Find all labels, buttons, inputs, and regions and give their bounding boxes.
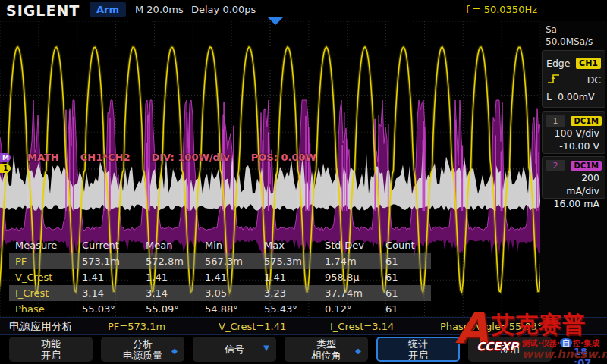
measure-value: 61 bbox=[385, 269, 422, 285]
timebase-readout[interactable]: M 20.0ms bbox=[135, 4, 184, 15]
measure-value: 567.3m bbox=[205, 253, 264, 269]
math-name: MATH bbox=[27, 152, 59, 163]
measure-value: 3.23 bbox=[264, 285, 325, 301]
channel2-coupling-badge: DC1M bbox=[571, 161, 602, 171]
measure-value: 55.09° bbox=[146, 301, 205, 317]
channel2-offset: 16.00 mA bbox=[546, 197, 602, 210]
measure-value: 1.41 bbox=[146, 269, 205, 285]
menu-button-label: 功能 bbox=[41, 338, 61, 350]
measure-header: Current bbox=[82, 237, 146, 253]
channel1-offset: -10.00 V bbox=[546, 140, 602, 152]
measure-value: 37.74m bbox=[325, 285, 385, 301]
measure-value: 61 bbox=[385, 285, 422, 301]
delay-readout[interactable]: Delay 0.00ps bbox=[191, 4, 256, 15]
trigger-position-marker[interactable] bbox=[267, 17, 284, 25]
menu-button-label: 分析 bbox=[133, 338, 153, 350]
menu-button-3[interactable]: 信号▼ bbox=[193, 337, 276, 362]
measure-value: 54.88° bbox=[205, 301, 264, 317]
rising-edge-icon bbox=[546, 73, 561, 87]
trigger-level-label: L bbox=[546, 91, 552, 102]
measure-row-PF: PF573.1m572.8m567.3m575.3m1.74m61 bbox=[9, 253, 431, 269]
waveform-display[interactable]: M 1 MATH CH1*CH2 DIV: 100W/div POS: 0.00… bbox=[0, 21, 540, 317]
measure-value: 572.8m bbox=[146, 253, 205, 269]
trigger-coupling: DC bbox=[587, 74, 601, 86]
measurement-table: MeasureCurrentMeanMinMaxStd-DevCountPF57… bbox=[9, 237, 431, 317]
measure-value: 3.05 bbox=[205, 285, 264, 301]
measure-value: 0.12° bbox=[325, 301, 385, 317]
menu-button-sublabel: 开启 bbox=[41, 350, 61, 361]
menu-button-2[interactable]: 分析电源质量◆ bbox=[101, 337, 184, 362]
measure-header: Mean bbox=[146, 237, 205, 253]
measure-value: 1.41 bbox=[264, 269, 325, 285]
measure-header: Min bbox=[205, 237, 264, 253]
expand-diamond-icon: ◆ bbox=[355, 345, 361, 356]
app-title: 电源应用分析 bbox=[9, 320, 73, 334]
trigger-panel[interactable]: Edge CH1 DC L 0.00mV bbox=[542, 50, 605, 108]
math-div-readout: DIV: 100W/div bbox=[151, 152, 229, 163]
trigger-level-value: 0.00mV bbox=[558, 91, 595, 102]
menu-button-4[interactable]: 类型相位角◆ bbox=[285, 337, 368, 362]
acquisition-status[interactable]: Arm bbox=[90, 2, 126, 17]
menu-button-label: 统计 bbox=[408, 338, 428, 350]
measure-value: 61 bbox=[385, 301, 422, 317]
trigger-source-badge: CH1 bbox=[576, 58, 601, 69]
channel1-panel[interactable]: 1 DC1M 100 V/div -10.00 V bbox=[542, 111, 605, 154]
menu-button-sublabel: 开启 bbox=[408, 350, 428, 361]
measure-row-I_Crest: I_Crest3.143.143.053.2337.74m61 bbox=[9, 285, 431, 301]
status-item: Phase Angle=55.03° bbox=[440, 321, 543, 332]
measure-row-V_Crest: V_Crest1.411.411.411.41958.8µ61 bbox=[9, 269, 431, 285]
math-pos-readout: POS: 0.00W bbox=[251, 152, 316, 163]
chevron-down-icon: ▼ bbox=[263, 342, 269, 353]
menu-button-label: 应用 bbox=[500, 344, 520, 355]
right-sidebar: Sa 50.0MSa/s Curr 14Mpts Edge CH1 DC L bbox=[540, 21, 607, 317]
measure-header: Std-Dev bbox=[325, 237, 385, 253]
measure-header: Count bbox=[385, 237, 422, 253]
expand-diamond-icon: ◆ bbox=[171, 345, 178, 356]
measure-value: 61 bbox=[385, 253, 422, 269]
measure-name: PF bbox=[15, 253, 82, 269]
channel1-coupling-badge: DC1M bbox=[571, 116, 602, 126]
measure-value: 1.41 bbox=[205, 269, 264, 285]
measure-value: 3.14 bbox=[146, 285, 205, 301]
measure-value: 1.41 bbox=[82, 269, 146, 285]
menu-button-sublabel: 相位角 bbox=[312, 350, 341, 361]
channel1-scale: 100 V/div bbox=[546, 127, 602, 140]
menu-button-label: 信号 bbox=[225, 344, 244, 355]
measure-header: Measure bbox=[15, 237, 82, 253]
measure-row-Phase: Phase55.03°55.09°54.88°55.43°0.12°61 bbox=[9, 301, 431, 317]
frequency-counter: f = 50.0350Hz bbox=[466, 4, 537, 15]
measure-name: Phase bbox=[15, 301, 82, 317]
measure-value: 1.74m bbox=[325, 253, 385, 269]
status-item: V_Crest=1.41 bbox=[219, 321, 286, 332]
measure-value: 573.1m bbox=[82, 253, 146, 269]
channel1-number: 1 bbox=[546, 115, 565, 127]
brand-logo: SIGLENT bbox=[6, 2, 80, 19]
channel2-panel[interactable]: 2 DC1M 200 mA/div 16.00 mA bbox=[542, 156, 605, 199]
top-bar: SIGLENT Arm M 20.0ms Delay 0.00ps f = 50… bbox=[0, 0, 607, 21]
channel2-number: 2 bbox=[546, 160, 565, 171]
math-expression: CH1*CH2 bbox=[80, 152, 131, 163]
softkey-menu-bar: ✕ 18 :07 功能开启分析电源质量◆信号▼类型相位角◆统计开启应用 bbox=[0, 335, 607, 364]
menu-button-label: 类型 bbox=[316, 338, 336, 350]
channel2-scale: 200 mA/div bbox=[546, 171, 602, 197]
menu-button-6[interactable]: 应用 bbox=[468, 337, 552, 362]
measure-name: I_Crest bbox=[15, 285, 82, 301]
system-clock: 18 :07 bbox=[574, 346, 607, 364]
measure-value: 55.03° bbox=[82, 301, 146, 317]
status-item: PF=573.1m bbox=[108, 321, 165, 332]
menu-button-1[interactable]: 功能开启 bbox=[9, 337, 93, 362]
status-bar: 电源应用分析 PF=573.1mV_Crest=1.41I_Crest=3.14… bbox=[0, 317, 607, 335]
measure-value: 575.3m bbox=[264, 253, 325, 269]
measure-name: V_Crest bbox=[15, 269, 82, 285]
measure-value: 3.14 bbox=[82, 285, 146, 301]
measure-header-row: MeasureCurrentMeanMinMaxStd-DevCount bbox=[9, 237, 431, 253]
measure-header: Max bbox=[264, 237, 325, 253]
status-item: I_Crest=3.14 bbox=[330, 321, 394, 332]
measure-value: 958.8µ bbox=[325, 269, 385, 285]
oscilloscope-screen: SIGLENT Arm M 20.0ms Delay 0.00ps f = 50… bbox=[0, 0, 607, 364]
measure-value: 55.43° bbox=[264, 301, 325, 317]
trigger-type: Edge bbox=[546, 58, 570, 69]
math-trace-label: MATH CH1*CH2 DIV: 100W/div POS: 0.00W bbox=[27, 152, 316, 163]
sample-rate: Sa 50.0MSa/s bbox=[546, 24, 607, 48]
menu-button-5[interactable]: 统计开启 bbox=[376, 337, 460, 362]
